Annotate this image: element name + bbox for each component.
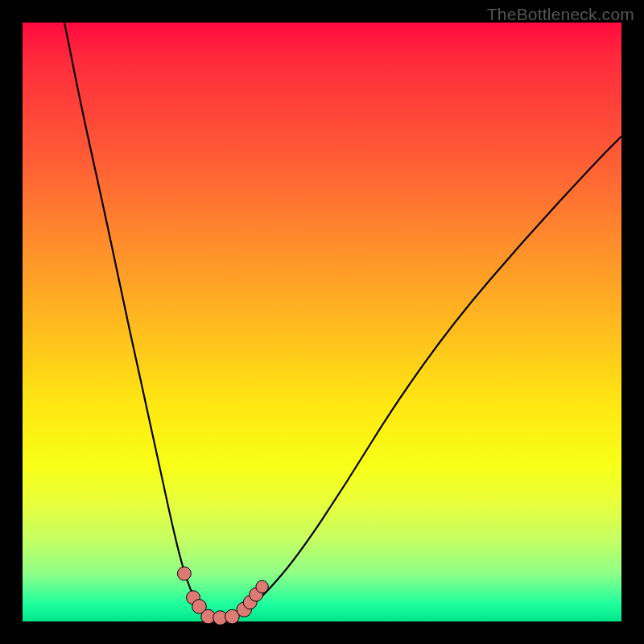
curve-svg (23, 23, 621, 621)
curve-marker (256, 580, 268, 592)
watermark-text: TheBottleneck.com (487, 5, 634, 24)
bottleneck-curve (64, 23, 621, 618)
curve-marker (177, 567, 191, 580)
curve-markers (177, 567, 268, 625)
chart-frame: TheBottleneck.com (0, 0, 644, 644)
plot-area (23, 23, 621, 621)
